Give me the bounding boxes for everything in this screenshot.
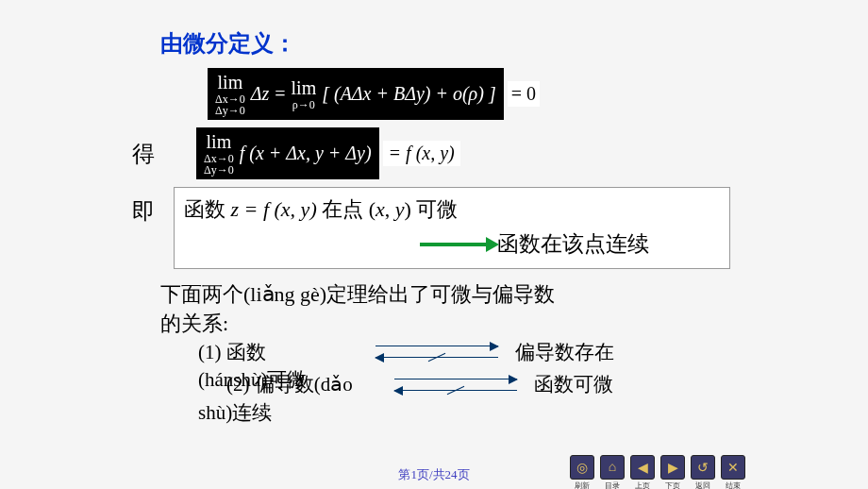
eq1-lhs-box: lim Δx→0 Δy→0 Δz = lim ρ→0 [ (AΔx + BΔy)…	[208, 68, 504, 120]
double-arrow-icon	[394, 377, 517, 394]
relation-2: (2) 偏导数(dǎo 函数可微	[198, 371, 868, 398]
equation-2-row: 得 lim Δx→0 Δy→0 f (x + Δx, y + Δy) = f (…	[132, 127, 868, 179]
eq1-result: = 0	[508, 81, 540, 107]
eq2-rhs: = f (x, y)	[383, 141, 460, 166]
theorem-box: 函数 z = f (x, y) 在点 (x, y) 可微 函数在该点连续	[174, 187, 730, 269]
definition-heading: 由微分定义：	[160, 28, 868, 59]
double-arrow-icon	[376, 344, 498, 361]
theorem-box-row: 即 函数 z = f (x, y) 在点 (x, y) 可微 函数在该点连续	[132, 187, 868, 269]
got-label: 得	[132, 139, 155, 169]
relation-1: (1) 函数 偏导数存在	[198, 339, 868, 366]
page-indicator: 第1页/共24页	[0, 466, 868, 483]
relation-2b: shù)连续	[198, 399, 868, 427]
implies-arrow-icon	[420, 243, 488, 246]
ji-label: 即	[132, 187, 155, 227]
theorem-conclusion: 函数在该点连续	[497, 229, 649, 259]
paragraph: 下面两个(liǎng gè)定理给出了可微与偏导数 的关系:	[160, 280, 726, 339]
eq2-lhs-box: lim Δx→0 Δy→0 f (x + Δx, y + Δy)	[196, 127, 379, 179]
equation-1: lim Δx→0 Δy→0 Δz = lim ρ→0 [ (AΔx + BΔy)…	[208, 68, 868, 120]
theorem-premise: 函数 z = f (x, y) 在点 (x, y) 可微	[184, 195, 720, 224]
